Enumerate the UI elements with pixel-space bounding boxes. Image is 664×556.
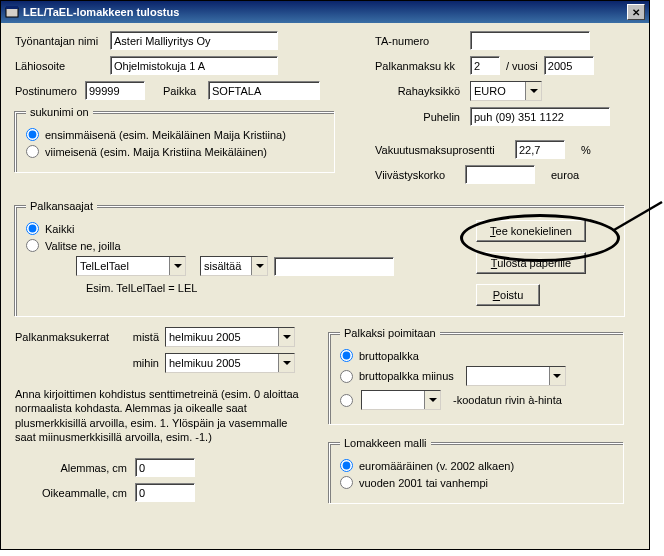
radio-kaikki-label: Kaikki xyxy=(45,223,74,235)
chevron-down-icon xyxy=(549,367,565,385)
input-paikka[interactable] xyxy=(208,81,320,100)
radio-bruttopalkka[interactable] xyxy=(340,349,353,362)
label-viivastyskorko: Viivästyskorko xyxy=(375,169,465,181)
svg-line-2 xyxy=(614,202,662,230)
select-mihin-value: helmikuu 2005 xyxy=(166,356,278,370)
svg-rect-0 xyxy=(6,8,18,17)
label-oikeammalle: Oikeammalle, cm xyxy=(15,487,135,499)
legend-palkaksi: Palkaksi poimitaan xyxy=(340,327,440,339)
radio-ahinta-label: -koodatun rivin à-hinta xyxy=(453,394,562,406)
radio-valitse[interactable] xyxy=(26,239,39,252)
radio-sukunimi-last[interactable] xyxy=(26,145,39,158)
titlebar: LEL/TaEL-lomakkeen tulostus ✕ xyxy=(1,1,649,23)
hint-telleltael: Esim. TelLelTael = LEL xyxy=(86,282,476,294)
radio-vuoden2001-label: vuoden 2001 tai vanhempi xyxy=(359,477,488,489)
radio-euromaarainen[interactable] xyxy=(340,459,353,472)
select-mihin[interactable]: helmikuu 2005 xyxy=(165,353,295,373)
legend-malli: Lomakkeen malli xyxy=(340,437,431,449)
select-ahinta-value xyxy=(362,399,424,401)
chevron-down-icon xyxy=(169,257,185,275)
radio-sukunimi-first[interactable] xyxy=(26,128,39,141)
radio-ahinta[interactable] xyxy=(340,394,353,407)
chevron-down-icon xyxy=(278,328,294,346)
app-icon xyxy=(5,5,19,19)
poistu-button[interactable]: Poistu xyxy=(476,284,540,306)
input-vakuutusmaksu[interactable] xyxy=(515,140,565,159)
radio-sukunimi-first-label: ensimmäisenä (esim. Meikäläinen Maija Kr… xyxy=(45,129,286,141)
input-ta-numero[interactable] xyxy=(470,31,590,50)
label-postinumero: Postinumero xyxy=(15,85,85,97)
select-ahinta[interactable] xyxy=(361,390,441,410)
input-tyonantaja[interactable] xyxy=(110,31,278,50)
label-mihin: mihin xyxy=(125,357,165,369)
annotation-arrow xyxy=(608,200,664,236)
legend-sukunimi: sukunimi on xyxy=(26,106,93,118)
label-alemmas: Alemmas, cm xyxy=(15,462,135,474)
radio-brutto-miinus[interactable] xyxy=(340,370,353,383)
input-alemmas[interactable] xyxy=(135,458,195,477)
chevron-down-icon xyxy=(525,82,541,100)
label-tyonantaja: Työnantajan nimi xyxy=(15,35,110,47)
label-vakuutusmaksu: Vakuutusmaksuprosentti xyxy=(375,144,515,156)
label-pct: % xyxy=(581,144,591,156)
select-rahayksikko[interactable]: EURO xyxy=(470,81,542,101)
label-paikka: Paikka xyxy=(163,85,208,97)
tulosta-paperille-button[interactable]: Tulosta paperille xyxy=(476,252,586,274)
select-mista[interactable]: helmikuu 2005 xyxy=(165,327,295,347)
input-oikeammalle[interactable] xyxy=(135,483,195,502)
legend-palkansaajat: Palkansaajat xyxy=(26,200,97,212)
select-brutto-miinus-value xyxy=(467,375,549,377)
input-vuosi[interactable] xyxy=(544,56,594,75)
select-cond[interactable]: sisältää xyxy=(200,256,268,276)
select-field-value: TelLelTael xyxy=(77,259,169,273)
radio-valitse-label: Valitse ne, joilla xyxy=(45,240,121,252)
select-rahayksikko-value: EURO xyxy=(471,84,525,98)
help-kohdistus: Anna kirjoittimen kohdistus senttimetrei… xyxy=(15,387,305,444)
label-lahiosoite: Lähiosoite xyxy=(15,60,110,72)
label-vuosi: / vuosi xyxy=(506,60,538,72)
input-puhelin[interactable] xyxy=(470,107,610,126)
radio-vuoden2001[interactable] xyxy=(340,476,353,489)
select-cond-value: sisältää xyxy=(201,259,251,273)
input-cond-value[interactable] xyxy=(274,257,394,276)
chevron-down-icon xyxy=(278,354,294,372)
select-field[interactable]: TelLelTael xyxy=(76,256,186,276)
label-palkanmaksu-kk: Palkanmaksu kk xyxy=(375,60,470,72)
select-mista-value: helmikuu 2005 xyxy=(166,330,278,344)
window: LEL/TaEL-lomakkeen tulostus ✕ Työnantaja… xyxy=(0,0,650,550)
input-lahiosoite[interactable] xyxy=(110,56,278,75)
label-mista: mistä xyxy=(125,331,165,343)
input-viivastyskorko[interactable] xyxy=(465,165,535,184)
svg-rect-1 xyxy=(6,6,18,9)
radio-euromaarainen-label: euromääräinen (v. 2002 alkaen) xyxy=(359,460,514,472)
chevron-down-icon xyxy=(424,391,440,409)
label-puhelin: Puhelin xyxy=(375,111,470,123)
input-postinumero[interactable] xyxy=(85,81,145,100)
label-palkanmaksukerrat: Palkanmaksukerrat xyxy=(15,331,125,343)
tee-konekielinen-button[interactable]: Tee konekielinen xyxy=(476,220,586,242)
label-euroa: euroa xyxy=(551,169,579,181)
input-kk[interactable] xyxy=(470,56,500,75)
chevron-down-icon xyxy=(251,257,267,275)
select-brutto-miinus[interactable] xyxy=(466,366,566,386)
radio-brutto-miinus-label: bruttopalkka miinus xyxy=(359,370,454,382)
close-button[interactable]: ✕ xyxy=(627,4,645,20)
window-title: LEL/TaEL-lomakkeen tulostus xyxy=(23,6,179,18)
label-ta-numero: TA-numero xyxy=(375,35,470,47)
radio-bruttopalkka-label: bruttopalkka xyxy=(359,350,419,362)
radio-kaikki[interactable] xyxy=(26,222,39,235)
label-rahayksikko: Rahayksikkö xyxy=(375,85,470,97)
radio-sukunimi-last-label: viimeisenä (esim. Maija Kristiina Meikäl… xyxy=(45,146,267,158)
